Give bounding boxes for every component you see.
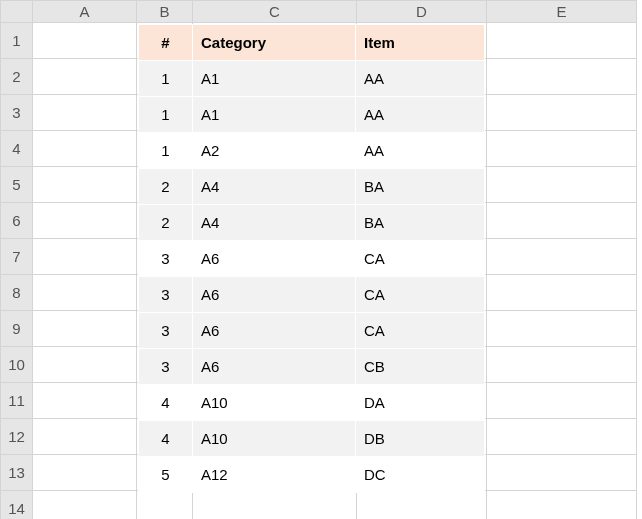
table-row: 2A4BA	[139, 169, 485, 205]
cell[interactable]	[487, 203, 637, 239]
cell-num[interactable]: 5	[139, 457, 193, 493]
cell[interactable]	[33, 275, 137, 311]
cell[interactable]	[487, 419, 637, 455]
cell-item[interactable]: CA	[356, 277, 485, 313]
cell[interactable]	[487, 239, 637, 275]
cell[interactable]	[487, 311, 637, 347]
cell-category[interactable]: A1	[193, 61, 356, 97]
cell-item[interactable]: DB	[356, 421, 485, 457]
header-category[interactable]: Category	[193, 25, 356, 61]
row-header-13[interactable]: 13	[1, 455, 33, 491]
cell[interactable]	[487, 59, 637, 95]
col-header-E[interactable]: E	[487, 1, 637, 23]
cell-category[interactable]: A2	[193, 133, 356, 169]
cell[interactable]	[33, 311, 137, 347]
cell[interactable]	[33, 131, 137, 167]
table-row: 5A12DC	[139, 457, 485, 493]
cell-item[interactable]: AA	[356, 97, 485, 133]
row-header-5[interactable]: 5	[1, 167, 33, 203]
col-header-A[interactable]: A	[33, 1, 137, 23]
col-header-C[interactable]: C	[193, 1, 357, 23]
cell[interactable]	[487, 131, 637, 167]
row-header-3[interactable]: 3	[1, 95, 33, 131]
cell[interactable]	[487, 95, 637, 131]
cell-category[interactable]: A4	[193, 169, 356, 205]
cell[interactable]	[33, 95, 137, 131]
cell[interactable]	[193, 491, 357, 520]
row-header-12[interactable]: 12	[1, 419, 33, 455]
cell-category[interactable]: A6	[193, 349, 356, 385]
cell-category[interactable]: A10	[193, 385, 356, 421]
table-header-row: # Category Item	[139, 25, 485, 61]
cell[interactable]	[33, 59, 137, 95]
cell-num[interactable]: 1	[139, 133, 193, 169]
cell[interactable]	[487, 491, 637, 520]
cell[interactable]	[137, 491, 193, 520]
col-header-B[interactable]: B	[137, 1, 193, 23]
cell-num[interactable]: 1	[139, 61, 193, 97]
cell-item[interactable]: AA	[356, 61, 485, 97]
row-header-14[interactable]: 14	[1, 491, 33, 520]
row-header-4[interactable]: 4	[1, 131, 33, 167]
cell-category[interactable]: A6	[193, 313, 356, 349]
cell[interactable]	[33, 383, 137, 419]
cell-item[interactable]: CB	[356, 349, 485, 385]
cell[interactable]	[357, 491, 487, 520]
cell-num[interactable]: 3	[139, 349, 193, 385]
header-item[interactable]: Item	[356, 25, 485, 61]
cell-category[interactable]: A1	[193, 97, 356, 133]
cell-item[interactable]: CA	[356, 313, 485, 349]
cell-category[interactable]: A6	[193, 241, 356, 277]
cell-category[interactable]: A6	[193, 277, 356, 313]
cell-num[interactable]: 4	[139, 421, 193, 457]
row-header-8[interactable]: 8	[1, 275, 33, 311]
cell[interactable]	[33, 167, 137, 203]
cell-num[interactable]: 3	[139, 313, 193, 349]
cell-num[interactable]: 2	[139, 169, 193, 205]
col-header-D[interactable]: D	[357, 1, 487, 23]
row-header-10[interactable]: 10	[1, 347, 33, 383]
row-header-11[interactable]: 11	[1, 383, 33, 419]
cell-item[interactable]: DC	[356, 457, 485, 493]
cell[interactable]	[33, 491, 137, 520]
cell[interactable]	[487, 455, 637, 491]
select-all-corner[interactable]	[1, 1, 33, 23]
cell[interactable]	[33, 239, 137, 275]
cell-num[interactable]: 3	[139, 277, 193, 313]
table-row: 1A1AA	[139, 97, 485, 133]
cell-category[interactable]: A12	[193, 457, 356, 493]
cell-item[interactable]: BA	[356, 169, 485, 205]
cell[interactable]	[487, 275, 637, 311]
cell-num[interactable]: 1	[139, 97, 193, 133]
table-row: 1A1AA	[139, 61, 485, 97]
row-header-6[interactable]: 6	[1, 203, 33, 239]
cell[interactable]	[33, 419, 137, 455]
cell-num[interactable]: 4	[139, 385, 193, 421]
table-row: 3A6CA	[139, 313, 485, 349]
cell-num[interactable]: 2	[139, 205, 193, 241]
cell[interactable]	[487, 167, 637, 203]
row-header-9[interactable]: 9	[1, 311, 33, 347]
cell[interactable]	[33, 23, 137, 59]
table-row: 4A10DB	[139, 421, 485, 457]
table-row: 2A4BA	[139, 205, 485, 241]
cell[interactable]	[487, 23, 637, 59]
cell-num[interactable]: 3	[139, 241, 193, 277]
row-header-7[interactable]: 7	[1, 239, 33, 275]
cell[interactable]	[33, 203, 137, 239]
cell[interactable]	[33, 455, 137, 491]
cell-category[interactable]: A10	[193, 421, 356, 457]
cell-item[interactable]: DA	[356, 385, 485, 421]
cell[interactable]	[33, 347, 137, 383]
row-header-2[interactable]: 2	[1, 59, 33, 95]
spreadsheet: A B C D E 1 2 3 4 5 6 7 8 9 10 11 12 13 …	[0, 0, 642, 519]
cell-item[interactable]: AA	[356, 133, 485, 169]
cell-item[interactable]: BA	[356, 205, 485, 241]
cell[interactable]	[487, 383, 637, 419]
table-body: 1A1AA 1A1AA 1A2AA 2A4BA 2A4BA 3A6CA 3A6C…	[139, 61, 485, 493]
header-num[interactable]: #	[139, 25, 193, 61]
cell-category[interactable]: A4	[193, 205, 356, 241]
cell-item[interactable]: CA	[356, 241, 485, 277]
row-header-1[interactable]: 1	[1, 23, 33, 59]
cell[interactable]	[487, 347, 637, 383]
